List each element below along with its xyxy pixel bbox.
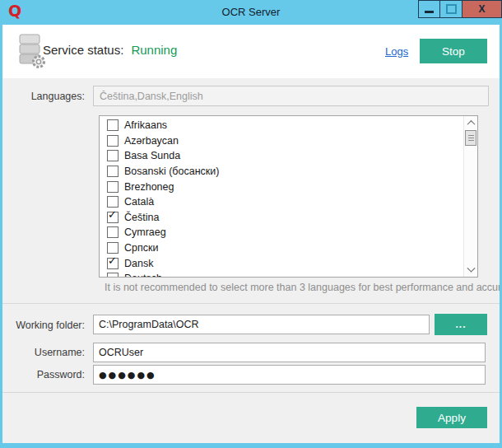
service-status: Service status:Running xyxy=(43,43,177,57)
minimize-icon xyxy=(425,11,434,13)
language-list-item[interactable]: Brezhoneg xyxy=(100,179,477,194)
window-titlebar[interactable]: OCR Server Q X xyxy=(0,0,502,25)
chevron-down-icon xyxy=(467,264,475,272)
check-icon: ✓ xyxy=(108,209,117,220)
languages-label: Languages: xyxy=(0,91,85,102)
scroll-down-button[interactable] xyxy=(464,264,477,277)
language-checkbox[interactable] xyxy=(107,166,119,177)
check-icon: ✓ xyxy=(108,255,117,266)
language-list-item[interactable]: Basa Sunda xyxy=(100,148,477,164)
language-list-item[interactable]: Azərbaycan xyxy=(100,133,477,149)
window-border-left xyxy=(0,25,2,448)
language-checkbox[interactable] xyxy=(107,181,119,193)
browse-button[interactable]: ... xyxy=(435,314,487,335)
language-label: Cymraeg xyxy=(124,226,166,238)
language-label: Čeština xyxy=(124,212,159,223)
scroll-thumb[interactable] xyxy=(465,130,476,146)
app-logo-icon: Q xyxy=(8,2,21,20)
password-input[interactable] xyxy=(93,365,486,385)
languages-note: It is not recommended to select more tha… xyxy=(105,282,502,293)
language-label: Dansk xyxy=(124,258,153,269)
language-checkbox[interactable] xyxy=(107,150,119,161)
minimize-button[interactable] xyxy=(418,0,440,18)
language-checkbox[interactable] xyxy=(107,135,119,147)
close-button[interactable]: X xyxy=(462,0,502,18)
language-checkbox[interactable]: ✓ xyxy=(107,258,119,269)
language-list-item[interactable]: Afrikaans xyxy=(100,118,477,133)
maximize-icon xyxy=(446,4,457,14)
divider xyxy=(2,392,500,393)
ocr-server-window: OCR Server Q X Service status:Running Lo… xyxy=(0,0,502,448)
language-label: Afrikaans xyxy=(124,119,167,131)
language-list-item[interactable]: ✓Dansk xyxy=(100,255,477,271)
logs-link[interactable]: Logs xyxy=(385,45,408,58)
service-header: Service status:Running Logs Stop xyxy=(0,25,502,78)
window-border-bottom xyxy=(0,443,502,448)
languages-field xyxy=(93,86,489,106)
maximize-button[interactable] xyxy=(439,0,462,18)
language-checkbox[interactable] xyxy=(107,226,119,238)
stop-button[interactable]: Stop xyxy=(420,39,487,63)
language-label: Deutsch xyxy=(124,273,162,278)
language-list-item[interactable]: Cymraeg xyxy=(100,225,477,240)
language-checkbox[interactable] xyxy=(107,119,119,131)
password-label: Password: xyxy=(0,369,85,380)
language-list-item[interactable]: Deutsch xyxy=(100,271,477,278)
close-icon: X xyxy=(478,3,485,15)
language-checkbox[interactable] xyxy=(107,273,119,278)
language-label: Brezhoneg xyxy=(124,181,174,193)
language-label: Bosanski (босански) xyxy=(124,166,219,177)
language-checkbox[interactable]: ✓ xyxy=(107,212,119,223)
language-label: Azərbaycan xyxy=(124,135,179,147)
language-list-item[interactable]: Српски xyxy=(100,240,477,256)
username-input[interactable] xyxy=(93,343,486,362)
list-scrollbar[interactable] xyxy=(463,116,477,277)
username-label: Username: xyxy=(0,347,85,358)
language-list-rows: AfrikaansAzərbaycanBasa SundaBosanski (б… xyxy=(100,116,477,278)
language-label: Català xyxy=(124,196,154,208)
language-list-item[interactable]: Català xyxy=(100,194,477,210)
language-list-item[interactable]: ✓Čeština xyxy=(100,210,477,226)
apply-button[interactable]: Apply xyxy=(416,407,487,428)
language-list-item[interactable]: Bosanski (босански) xyxy=(100,164,477,180)
divider xyxy=(2,303,500,304)
service-status-label: Service status: xyxy=(43,43,123,57)
language-list[interactable]: AfrikaansAzərbaycanBasa SundaBosanski (б… xyxy=(99,115,478,278)
service-status-value: Running xyxy=(131,43,177,57)
scroll-up-button[interactable] xyxy=(464,116,477,129)
chevron-up-icon xyxy=(467,119,475,128)
language-checkbox[interactable] xyxy=(107,196,119,208)
language-checkbox[interactable] xyxy=(107,242,119,254)
working-folder-label: Working folder: xyxy=(0,320,85,331)
language-label: Српски xyxy=(124,242,158,254)
working-folder-input[interactable] xyxy=(93,315,430,334)
language-label: Basa Sunda xyxy=(124,150,180,161)
